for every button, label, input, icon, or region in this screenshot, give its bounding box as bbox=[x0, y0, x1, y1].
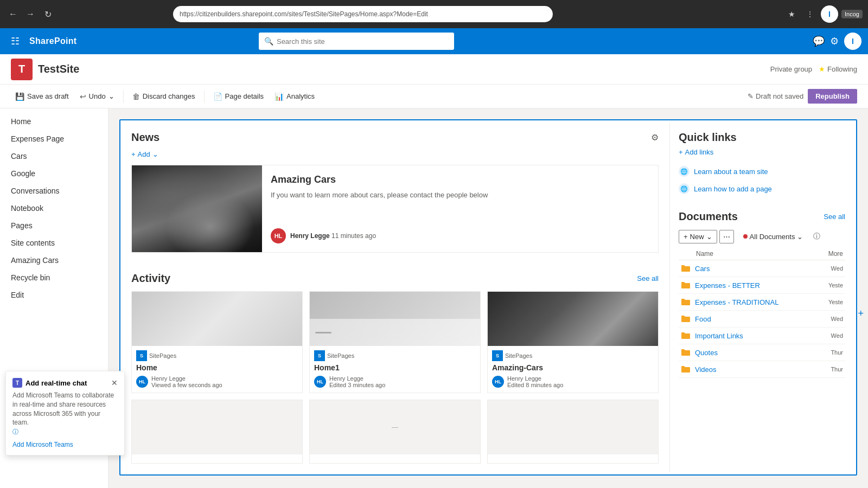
author-time-text: 11 minutes ago bbox=[331, 232, 376, 240]
sidebar-label-amazing-cars: Amazing Cars bbox=[11, 256, 59, 265]
reload-button[interactable]: ↻ bbox=[40, 7, 55, 22]
doc-row-expenses-better[interactable]: Expenses - BETTER Yeste bbox=[679, 277, 845, 294]
sidebar-item-home[interactable]: Home bbox=[0, 113, 108, 130]
add-links-button[interactable]: + Add links bbox=[679, 148, 845, 156]
activity-title: Activity bbox=[131, 272, 170, 285]
documents-more-button[interactable]: ⋯ bbox=[719, 230, 734, 243]
browser-right-actions: ★ ⋮ I Incog bbox=[784, 5, 863, 23]
waffle-menu[interactable]: ☷ bbox=[7, 33, 24, 50]
author-info: Henry Legge 11 minutes ago bbox=[290, 232, 376, 240]
user-avatar[interactable]: I bbox=[844, 33, 861, 50]
sidebar-item-conversations[interactable]: Conversations bbox=[0, 182, 108, 200]
sidebar-item-recycle-bin[interactable]: Recycle bin bbox=[0, 269, 108, 286]
toolbar-divider-2 bbox=[204, 90, 205, 103]
activity-card-placeholder-3-body bbox=[488, 454, 658, 463]
activity-avatar-3: HL bbox=[492, 376, 504, 388]
sidebar-item-edit[interactable]: Edit bbox=[0, 286, 108, 304]
forward-button[interactable]: → bbox=[23, 7, 38, 22]
documents-header: Documents See all bbox=[679, 210, 845, 223]
menu-button[interactable]: ⋮ bbox=[802, 7, 818, 22]
sidebar-item-pages[interactable]: Pages bbox=[0, 217, 108, 234]
analytics-button[interactable]: 📊 Analytics bbox=[270, 90, 319, 103]
activity-card-placeholder-3[interactable] bbox=[487, 400, 659, 464]
documents-webpart: Documents See all + New ⌄ ⋯ All Document… bbox=[679, 210, 845, 378]
activity-action-2: Edited 3 minutes ago bbox=[329, 382, 385, 388]
quick-link-2[interactable]: 🌐 Learn how to add a page bbox=[679, 180, 845, 197]
news-article-card[interactable]: Amazing Cars If you want to learn more a… bbox=[131, 165, 659, 253]
activity-card-title-2: Home1 bbox=[314, 363, 476, 372]
undo-label: Undo bbox=[89, 92, 106, 100]
chat-close-button[interactable]: ✕ bbox=[111, 378, 118, 387]
topbar-right: 💬 ⚙ I bbox=[813, 33, 861, 50]
add-links-label: Add links bbox=[685, 148, 714, 156]
doc-row-important-links[interactable]: Important Links Wed bbox=[679, 328, 845, 344]
thumb-home1-img bbox=[310, 292, 480, 346]
news-add-button[interactable]: + Add ⌄ bbox=[131, 150, 659, 158]
doc-row-cars[interactable]: Cars Wed bbox=[679, 260, 845, 277]
news-webpart: News ⚙ + Add ⌄ Amazing bbox=[123, 123, 667, 261]
following-button[interactable]: ★ Following bbox=[819, 65, 857, 73]
following-label: Following bbox=[827, 65, 857, 73]
chat-notif-title: T Add real-time chat bbox=[12, 378, 87, 388]
sidebar-label-google: Google bbox=[11, 169, 35, 178]
sidebar-item-cars[interactable]: Cars bbox=[0, 147, 108, 165]
folder-icon-quotes bbox=[681, 348, 691, 357]
republish-button[interactable]: Republish bbox=[808, 89, 857, 104]
new-document-button[interactable]: + New ⌄ bbox=[679, 230, 717, 243]
quick-link-label-2: Learn how to add a page bbox=[694, 185, 772, 193]
doc-row-videos[interactable]: Videos Thur bbox=[679, 361, 845, 378]
browser-profile[interactable]: I bbox=[821, 5, 838, 23]
documents-info-button[interactable]: ⓘ bbox=[810, 229, 824, 243]
sidebar-item-notebook[interactable]: Notebook bbox=[0, 200, 108, 217]
folder-icon-expenses-traditional bbox=[681, 297, 691, 307]
activity-card-home[interactable]: S SitePages Home HL Henry Legge Viewed a… bbox=[131, 291, 303, 393]
bookmark-button[interactable]: ★ bbox=[784, 7, 799, 22]
share-icon[interactable]: 💬 bbox=[813, 35, 825, 47]
settings-icon[interactable]: ⚙ bbox=[830, 35, 839, 47]
toolbar-divider-1 bbox=[123, 90, 124, 103]
doc-row-food[interactable]: Food Wed bbox=[679, 311, 845, 328]
activity-avatar-1: HL bbox=[136, 376, 148, 388]
page-details-button[interactable]: 📄 Page details bbox=[209, 90, 269, 103]
doc-row-expenses-traditional[interactable]: Expenses - TRADITIONAL Yeste bbox=[679, 294, 845, 311]
activity-thumb-p2: — bbox=[310, 400, 480, 454]
thumb-cars-img bbox=[488, 292, 658, 346]
activity-see-all[interactable]: See all bbox=[637, 274, 659, 282]
sidebar-item-expenses-page[interactable]: Expenses Page bbox=[0, 130, 108, 147]
doc-row-quotes[interactable]: Quotes Thur bbox=[679, 344, 845, 361]
view-chevron: ⌄ bbox=[797, 233, 803, 241]
discard-changes-button[interactable]: 🗑 Discard changes bbox=[128, 90, 200, 103]
browser-nav: ← → ↻ bbox=[5, 7, 55, 22]
documents-view-button[interactable]: All Documents ⌄ bbox=[738, 230, 808, 243]
activity-card-placeholder-2[interactable]: — bbox=[309, 400, 481, 464]
search-bar[interactable]: 🔍 bbox=[259, 33, 454, 50]
sidebar-label-home: Home bbox=[11, 117, 31, 126]
quick-link-1[interactable]: 🌐 Learn about a team site bbox=[679, 163, 845, 180]
sidebar-label-edit: Edit bbox=[11, 291, 24, 299]
chat-notif-info-link[interactable]: ⓘ bbox=[12, 428, 18, 435]
url-bar[interactable]: https://citizenbuilders.sharepoint.com/s… bbox=[173, 6, 553, 22]
sidebar-item-site-contents[interactable]: Site contents bbox=[0, 234, 108, 252]
activity-card-footer-2: HL Henry Legge Edited 3 minutes ago bbox=[314, 375, 476, 388]
star-icon: ★ bbox=[819, 65, 825, 73]
search-icon: 🔍 bbox=[264, 37, 273, 46]
author-avatar: HL bbox=[271, 228, 286, 243]
save-as-draft-button[interactable]: 💾 Save as draft bbox=[11, 90, 73, 103]
add-teams-link[interactable]: Add Microsoft Teams bbox=[12, 441, 118, 448]
activity-card-placeholder-1[interactable] bbox=[131, 400, 303, 464]
sidebar-item-google[interactable]: Google bbox=[0, 165, 108, 182]
news-settings-icon[interactable]: ⚙ bbox=[651, 132, 659, 143]
search-input[interactable] bbox=[277, 37, 449, 46]
activity-card-amazing-cars[interactable]: S SitePages Amazing-Cars HL Henry Legge … bbox=[487, 291, 659, 393]
chat-notif-header: T Add real-time chat ✕ bbox=[12, 378, 118, 388]
car-image-background bbox=[132, 165, 262, 252]
back-button[interactable]: ← bbox=[5, 7, 21, 22]
activity-card-home1-body: S SitePages Home1 HL Henry Legge Edited … bbox=[310, 346, 480, 393]
activity-card-title-1: Home bbox=[136, 363, 298, 372]
documents-see-all[interactable]: See all bbox=[824, 213, 845, 221]
sp-file-icon-2: S bbox=[314, 350, 325, 361]
sidebar-item-amazing-cars[interactable]: Amazing Cars bbox=[0, 252, 108, 269]
news-article-title: Amazing Cars bbox=[271, 174, 649, 185]
undo-button[interactable]: ↩ Undo ⌄ bbox=[75, 90, 119, 103]
activity-card-home1[interactable]: S SitePages Home1 HL Henry Legge Edited … bbox=[309, 291, 481, 393]
